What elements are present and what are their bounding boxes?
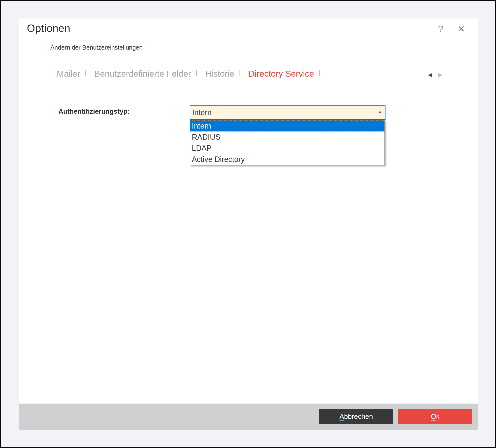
screen-background: Optionen ? ✕ Ändern der Benutzereinstell… <box>0 0 496 448</box>
tab-separator: | <box>319 69 320 76</box>
dialog-title: Optionen <box>27 22 70 34</box>
auth-type-combobox[interactable]: Intern ▼ <box>190 106 386 120</box>
ok-button-mnemonic: O <box>431 413 436 420</box>
dialog-footer: Abbrechen Ok <box>19 403 478 430</box>
combobox-value: Intern <box>192 108 212 117</box>
dropdown-option-intern[interactable]: Intern <box>190 120 385 131</box>
tab-directory-service[interactable]: Directory Service <box>248 69 314 78</box>
dropdown-option-active-directory[interactable]: Active Directory <box>190 154 385 165</box>
auth-type-label: Authentifizierungstyp: <box>58 108 130 115</box>
chevron-down-icon[interactable]: ▼ <box>378 110 382 115</box>
tab-scroll-controls: ◀▶ <box>428 71 443 78</box>
tab-scroll-right-icon[interactable]: ▶ <box>438 72 443 78</box>
dialog-subtitle: Ändern der Benutzereinstellungen <box>50 44 143 51</box>
options-dialog: Optionen ? ✕ Ändern der Benutzereinstell… <box>19 18 478 430</box>
tab-scroll-left-icon[interactable]: ◀ <box>428 72 432 78</box>
cancel-button[interactable]: Abbrechen <box>319 409 393 424</box>
tab-historie[interactable]: Historie <box>205 69 234 78</box>
tab-mailer[interactable]: Mailer <box>57 69 80 78</box>
dropdown-option-radius[interactable]: RADIUS <box>190 131 385 143</box>
dropdown-option-ldap[interactable]: LDAP <box>190 143 385 154</box>
close-icon[interactable]: ✕ <box>457 24 465 34</box>
ok-button[interactable]: Ok <box>398 409 472 424</box>
help-icon[interactable]: ? <box>438 24 443 34</box>
ok-button-label: k <box>436 413 440 420</box>
auth-type-dropdown-list: Intern RADIUS LDAP Active Directory <box>190 120 385 165</box>
tab-separator: | <box>239 69 241 76</box>
tab-benutzerdefinierte-felder[interactable]: Benutzerdefinierte Felder <box>94 69 191 78</box>
tab-bar: Mailer| Benutzerdefinierte Felder| Histo… <box>57 69 326 79</box>
tab-separator: | <box>85 69 87 76</box>
tab-separator: | <box>196 69 197 76</box>
cancel-button-label: bbrechen <box>344 413 373 420</box>
cancel-button-mnemonic: A <box>340 413 344 420</box>
